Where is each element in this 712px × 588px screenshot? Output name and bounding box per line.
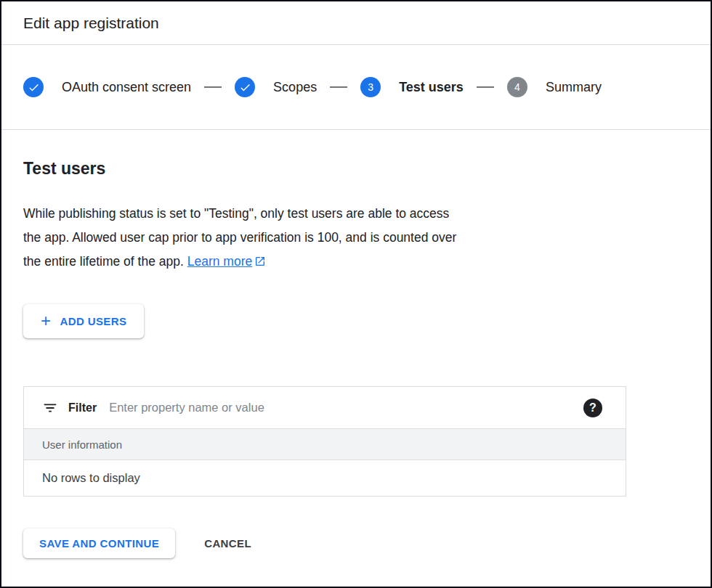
filter-bar: Filter ?: [24, 387, 626, 428]
step-test-users[interactable]: 3 Test users: [360, 77, 464, 97]
description-text: While publishing status is set to "Testi…: [23, 202, 689, 275]
step-label: Test users: [399, 80, 464, 95]
description-line: the entire lifetime of the app.: [23, 254, 184, 269]
help-icon[interactable]: ?: [583, 399, 602, 417]
section-heading: Test users: [23, 159, 689, 179]
cancel-button[interactable]: CANCEL: [204, 537, 251, 550]
filter-icon: [42, 400, 58, 416]
step-label: Summary: [546, 80, 602, 95]
test-users-table-card: Filter ? User information No rows to dis…: [23, 386, 626, 497]
learn-more-link[interactable]: Learn more: [187, 254, 253, 269]
filter-input[interactable]: [109, 401, 583, 415]
plus-icon: +: [41, 312, 51, 330]
table-column-header: User information: [24, 428, 626, 460]
footer-actions: SAVE AND CONTINUE CANCEL: [23, 528, 689, 558]
save-and-continue-button[interactable]: SAVE AND CONTINUE: [23, 528, 175, 558]
save-and-continue-label: SAVE AND CONTINUE: [39, 537, 159, 550]
description-line: the app. Allowed user cap prior to app v…: [23, 230, 456, 245]
empty-message: No rows to display: [42, 471, 140, 485]
check-circle-icon: [235, 77, 255, 97]
step-connector: [204, 86, 222, 88]
filter-label: Filter: [68, 401, 97, 415]
page-header: Edit app registration: [1, 1, 711, 45]
stepper: OAuth consent screen Scopes 3 Test users…: [1, 45, 711, 130]
step-scopes[interactable]: Scopes: [235, 77, 317, 97]
step-number-icon: 4: [507, 77, 527, 97]
external-link-icon: [254, 256, 266, 270]
step-label: Scopes: [273, 80, 317, 95]
table-empty-row: No rows to display: [24, 460, 626, 496]
step-oauth-consent-screen[interactable]: OAuth consent screen: [23, 77, 191, 97]
step-connector: [330, 86, 347, 88]
step-summary[interactable]: 4 Summary: [507, 77, 602, 97]
step-number-icon: 3: [360, 77, 381, 97]
add-users-label: ADD USERS: [60, 315, 126, 327]
step-label: OAuth consent screen: [62, 80, 191, 95]
column-header-label: User information: [42, 438, 122, 451]
add-users-button[interactable]: + ADD USERS: [23, 304, 144, 338]
page-title: Edit app registration: [23, 15, 159, 32]
main-content: Test users While publishing status is se…: [1, 159, 711, 558]
step-connector: [477, 86, 494, 88]
description-line: While publishing status is set to "Testi…: [23, 206, 449, 221]
check-circle-icon: [23, 77, 44, 97]
